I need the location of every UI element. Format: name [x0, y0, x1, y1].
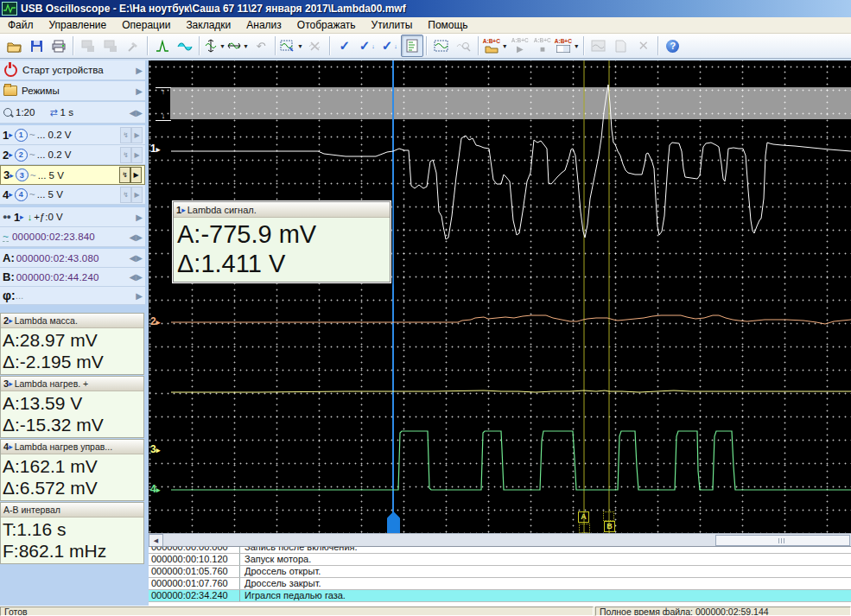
delete-icon[interactable]: ✕ [632, 35, 655, 57]
step-right-icon[interactable]: ▶ [136, 253, 143, 263]
abc-panel-button[interactable]: A:B+C▼ [554, 35, 581, 57]
chart-windows-button[interactable]: ▼ [279, 35, 304, 57]
menu-analysis[interactable]: Анализ [238, 18, 289, 33]
cursor-a-flag[interactable]: A [578, 511, 589, 523]
channel-3-row[interactable]: 3▸ 3 ~ ... 5 V ↯▶ [0, 165, 145, 185]
service-tools-icon[interactable] [122, 35, 144, 57]
title-bar[interactable]: USB Oscilloscope - E:\На ноутбук\Саша 67… [0, 0, 851, 17]
report-icon[interactable] [610, 35, 632, 57]
time-scale-button[interactable]: ▼ [226, 35, 250, 57]
save-fragment-icon[interactable] [77, 35, 99, 57]
channel-auto-button[interactable]: ↯ [119, 167, 130, 183]
marker-time-value[interactable]: 000000:02:23.840 [12, 232, 95, 242]
channel-range[interactable]: ... 5 V [38, 170, 64, 181]
amplitude-scale-button[interactable]: ▼ [203, 35, 226, 57]
phase-row[interactable]: φ: ... ▶ [0, 287, 145, 305]
time-scale-value[interactable]: 1 s [60, 107, 73, 117]
abc-start-icon[interactable]: A:B+C▶ [509, 35, 531, 57]
cursor-a-time[interactable]: 000000:02:43.080 [16, 253, 99, 264]
dropdown-icon[interactable]: ▼ [502, 43, 508, 49]
dropdown-icon[interactable]: ▼ [219, 43, 225, 49]
abc-stop-icon[interactable]: A:B+C■ [531, 35, 554, 57]
channel-3-marker[interactable]: 3▸ [150, 444, 160, 455]
channel-auto-button[interactable]: ↯ [120, 147, 131, 163]
oscillogram-plot[interactable]: ↑ ↓ 1▸ 2▸ 3▸ 4▸ A B 1▸Lambda сигнал. A:-… [149, 60, 851, 533]
cursor-a-row[interactable]: A: 000000:02:43.080 ◀ ▶ [0, 249, 145, 268]
menu-file[interactable]: Файл [0, 18, 41, 33]
channel-2-row[interactable]: 2▸ 2 ~ ... 0.2 V ↯▶ [0, 145, 145, 165]
menu-help[interactable]: Помощь [420, 18, 475, 33]
saved-chart-icon[interactable] [587, 35, 610, 57]
plot-hscrollbar[interactable]: ◀ [149, 533, 851, 546]
zoom-ratio-value[interactable]: 1:20 [16, 107, 35, 117]
channel-auto-button[interactable]: ↯ [120, 127, 131, 143]
help-button[interactable]: ? [662, 35, 684, 57]
cursor-b-time[interactable]: 000000:02:44.240 [16, 272, 99, 283]
chart-search-icon[interactable] [453, 35, 475, 57]
step-left-icon[interactable]: ◀ [130, 232, 137, 242]
cursor-b-slot[interactable] [603, 511, 614, 521]
marker-time-row[interactable]: ~ 000000:02:23.840 ◀ ▶ [0, 227, 145, 247]
chart-frame-button[interactable] [430, 35, 453, 57]
abc-open-button[interactable]: A:B+C▼ [482, 35, 509, 57]
confirm-button[interactable]: ✓ [333, 35, 356, 57]
save-file-button[interactable] [25, 35, 48, 57]
channel-4-marker[interactable]: 4▸ [150, 484, 160, 495]
dropdown-icon[interactable]: ▼ [243, 43, 249, 49]
expand-right-icon[interactable]: ▶ [136, 66, 143, 75]
event-log[interactable]: 000000:00:00.000Запись после включения. … [149, 546, 851, 606]
log-row[interactable]: 000000:01:07.760Дроссель закрыт. [149, 578, 851, 590]
print-button[interactable] [48, 35, 70, 57]
channel-1-row[interactable]: 1▸ 1 ~ ... 0.2 V ↯▶ [0, 125, 145, 145]
scrollbar-thumb[interactable] [715, 535, 850, 546]
channel-expand-button[interactable]: ▶ [131, 127, 143, 143]
modes-button[interactable]: Режимы ▶ [0, 81, 145, 101]
channel-4-row[interactable]: 4▸ 4 ~ ... 5 V ↯▶ [0, 185, 145, 205]
dropdown-icon[interactable]: ▼ [574, 43, 580, 49]
start-device-button[interactable]: Старт устройства ▶ [0, 60, 145, 80]
menu-bookmarks[interactable]: Закладки [178, 18, 238, 33]
menu-utilities[interactable]: Утилиты [364, 18, 421, 33]
log-row-selected[interactable]: 000000:02:34.240Игрался педалью газа. [149, 590, 851, 602]
confirm-next-button[interactable]: ✓↓ [356, 35, 378, 57]
step-right-icon[interactable]: ▶ [136, 232, 143, 242]
log-row[interactable]: 000000:00:00.000Запись после включения. [149, 546, 851, 554]
event-list-button[interactable] [401, 35, 423, 57]
trigger-row[interactable]: ●● 1▸ ↓ +ƒ: 0 V ▶ [0, 207, 145, 227]
close-chart-icon[interactable] [304, 35, 327, 57]
expand-right-icon[interactable]: ▶ [136, 86, 143, 96]
channel-range[interactable]: ... 0.2 V [37, 130, 72, 140]
channel-1-marker[interactable]: 1▸ [150, 143, 160, 155]
step-left-icon[interactable]: ◀ [130, 108, 137, 117]
channel-expand-button[interactable]: ▶ [131, 147, 143, 163]
channel-range[interactable]: ... 0.2 V [37, 149, 72, 160]
expand-right-icon[interactable]: ▶ [136, 213, 143, 222]
channel-auto-button[interactable]: ↯ [120, 187, 131, 203]
undo-icon[interactable]: ↶ [250, 35, 272, 57]
cursor-b-flag[interactable]: B [604, 521, 615, 532]
log-row[interactable]: 000000:00:10.120Запуск мотора. [149, 554, 851, 566]
cursor-b-row[interactable]: B: 000000:02:44.240 ◀ ▶ [0, 268, 145, 287]
cursor-a-slot[interactable] [579, 524, 590, 533]
menu-control[interactable]: Управление [41, 18, 115, 33]
confirm-all-button[interactable]: ✓↓ [378, 35, 401, 57]
impulse-button[interactable] [151, 35, 174, 57]
step-right-icon[interactable]: ▶ [136, 108, 143, 117]
save-fragment-all-icon[interactable] [99, 35, 122, 57]
step-left-icon[interactable]: ◀ [130, 253, 137, 263]
step-left-icon[interactable]: ◀ [130, 272, 137, 282]
expand-right-icon[interactable]: ▶ [136, 291, 143, 301]
dropdown-icon[interactable]: ▼ [297, 43, 303, 49]
channel-expand-button[interactable]: ▶ [130, 167, 142, 183]
step-right-icon[interactable]: ▶ [136, 272, 143, 282]
open-file-button[interactable] [3, 35, 25, 57]
menu-display[interactable]: Отображать [289, 18, 364, 33]
log-row[interactable]: 000000:01:05.760Дроссель открыт. [149, 566, 851, 578]
trigger-level-value[interactable]: 0 V [48, 212, 62, 222]
menu-operations[interactable]: Операции [114, 18, 178, 33]
channel-1-tooltip[interactable]: 1▸Lambda сигнал. A:-775.9 mVΔ:1.411 V [173, 201, 391, 283]
wave-select-button[interactable] [174, 35, 196, 57]
channel-range[interactable]: ... 5 V [37, 189, 63, 200]
channel-expand-button[interactable]: ▶ [131, 187, 143, 203]
channel-2-marker[interactable]: 2▸ [150, 316, 160, 327]
